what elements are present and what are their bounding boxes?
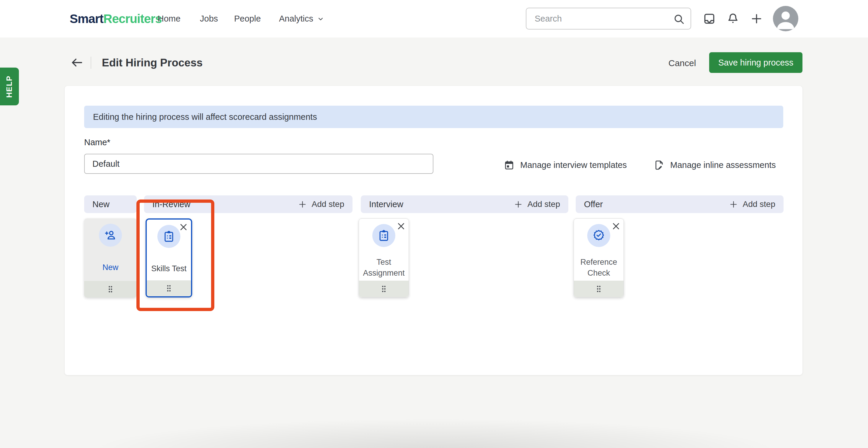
step-card-new[interactable]: New [84, 218, 137, 297]
search-input[interactable] [526, 8, 690, 29]
drag-handle[interactable] [574, 281, 624, 297]
drag-dots-icon [105, 284, 116, 294]
save-button-label: Save hiring process [718, 58, 794, 68]
nav-item-home[interactable]: Home [158, 0, 180, 37]
page: SmartRecruiters Home Jobs People Analyti… [0, 0, 868, 448]
avatar[interactable] [773, 6, 798, 31]
nav-item-home-label: Home [158, 14, 180, 24]
help-tab[interactable]: HELP [0, 68, 19, 105]
column-header-interview: Interview Add step [361, 195, 568, 213]
manage-inline-assessments-link[interactable]: Manage inline assessments [654, 157, 776, 173]
add-step-button-interview[interactable]: Add step [514, 199, 560, 209]
add-step-button-in-review[interactable]: Add step [298, 199, 344, 209]
search-icon[interactable] [673, 13, 685, 25]
drag-dots-icon [378, 284, 389, 294]
logo-smart: Smart [70, 12, 103, 26]
column-header-new: New [84, 195, 137, 213]
back-arrow-icon[interactable] [70, 56, 84, 69]
clipboard-list-icon [377, 229, 390, 242]
bottom-shadow [0, 398, 868, 448]
name-input[interactable] [84, 154, 433, 174]
step-card-label: New [85, 253, 135, 282]
top-nav-bar: SmartRecruiters Home Jobs People Analyti… [0, 0, 868, 37]
save-hiring-process-button[interactable]: Save hiring process [709, 52, 802, 73]
info-banner-text: Editing the hiring process will affect s… [93, 112, 317, 122]
chevron-down-icon [317, 15, 324, 23]
nav-item-jobs[interactable]: Jobs [200, 0, 218, 37]
nav-item-people-label: People [234, 14, 261, 24]
header-divider [91, 57, 91, 69]
cancel-button[interactable]: Cancel [669, 58, 696, 68]
manage-inline-assessments-label: Manage inline assessments [670, 160, 776, 170]
calendar-icon [504, 160, 515, 170]
manage-interview-templates-link[interactable]: Manage interview templates [504, 157, 627, 173]
add-step-label: Add step [743, 199, 775, 209]
logo-recruiters: Recruiters [103, 12, 162, 26]
drag-handle[interactable] [359, 281, 409, 297]
column-header-offer: Offer Add step [576, 195, 783, 213]
column-title-interview: Interview [369, 199, 403, 209]
plus-icon[interactable] [750, 12, 763, 25]
step-icon-circle [99, 224, 122, 247]
person-icon [773, 6, 798, 31]
close-icon[interactable] [396, 221, 406, 231]
drag-dots-icon [593, 284, 604, 294]
document-edit-icon [654, 160, 664, 170]
inbox-icon[interactable] [703, 12, 716, 25]
manage-interview-templates-label: Manage interview templates [520, 160, 627, 170]
add-step-button-offer[interactable]: Add step [729, 199, 775, 209]
nav-item-analytics-label: Analytics [279, 14, 313, 24]
close-icon[interactable] [611, 221, 621, 231]
plus-icon [298, 200, 307, 209]
nav-item-jobs-label: Jobs [200, 14, 218, 24]
column-title-offer: Offer [584, 199, 603, 209]
drag-handle[interactable] [84, 281, 137, 297]
add-step-label: Add step [527, 199, 560, 209]
hiring-process-editor-card: Editing the hiring process will affect s… [65, 86, 802, 375]
help-tab-label: HELP [5, 75, 14, 97]
search-box [526, 8, 691, 30]
plus-icon [729, 200, 738, 209]
page-title: Edit Hiring Process [102, 57, 203, 69]
name-field-label: Name* [84, 137, 111, 147]
column-title-new: New [92, 199, 110, 209]
nav-item-analytics[interactable]: Analytics [279, 0, 324, 37]
nav-item-people[interactable]: People [234, 0, 261, 37]
step-card-label: Reference Check [575, 254, 622, 282]
step-icon-circle [372, 224, 395, 247]
plus-icon [514, 200, 523, 209]
info-banner: Editing the hiring process will affect s… [84, 106, 783, 128]
badge-check-icon [592, 229, 605, 242]
smartrecruiters-logo[interactable]: SmartRecruiters [70, 0, 162, 37]
add-step-label: Add step [311, 199, 344, 209]
step-card-label: Test Assignment [360, 254, 407, 282]
highlight-box [136, 199, 214, 311]
step-icon-circle [587, 224, 610, 247]
step-card-test-assignment[interactable]: Test Assignment [359, 218, 409, 297]
person-add-icon [104, 229, 117, 242]
bell-icon[interactable] [726, 12, 740, 25]
step-card-reference-check[interactable]: Reference Check [574, 218, 624, 297]
